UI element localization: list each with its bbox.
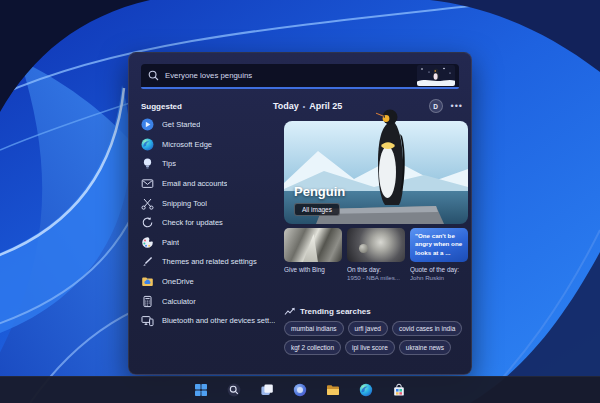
search-taskbar-button[interactable] — [224, 380, 244, 400]
desktop: Suggested Today • April 25 D ••• Get Sta… — [0, 0, 600, 403]
trending-pill[interactable]: kgf 2 collection — [284, 340, 341, 355]
suggested-item-label: Themes and related settings — [162, 257, 257, 266]
suggested-list: Get Started Microsoft Edge Tips Email an… — [141, 115, 279, 331]
suggested-item-themes[interactable]: Themes and related settings — [141, 252, 279, 272]
tips-icon — [141, 157, 154, 170]
suggested-item-get-started[interactable]: Get Started — [141, 115, 279, 135]
suggested-item-label: Check for updates — [162, 218, 223, 227]
card-subcaption: John Ruskin — [410, 274, 468, 282]
quote-card: "One can't be angry when one looks at a … — [410, 228, 468, 262]
themes-icon — [141, 255, 154, 268]
onedrive-icon — [141, 275, 154, 288]
suggested-item-label: Microsoft Edge — [162, 140, 212, 149]
give-with-bing-photo — [284, 228, 342, 262]
search-bar[interactable] — [141, 64, 459, 89]
suggested-item-label: Email and accounts — [162, 179, 227, 188]
trending-pill[interactable]: ipl live score — [345, 340, 395, 355]
more-options-button[interactable]: ••• — [451, 102, 463, 110]
task-view-button[interactable] — [257, 380, 277, 400]
suggested-item-label: Calculator — [162, 297, 196, 306]
date-heading[interactable]: Today • April 25 — [273, 101, 342, 111]
snipping-tool-icon — [141, 197, 154, 210]
trending-pill[interactable]: mumbai indians — [284, 321, 344, 336]
suggested-item-email[interactable]: Email and accounts — [141, 174, 279, 194]
file-explorer-button[interactable] — [323, 380, 343, 400]
suggested-item-check-updates[interactable]: Check for updates — [141, 213, 279, 233]
card-caption: Quote of the day: — [410, 266, 468, 274]
trending-pill[interactable]: urfi javed — [348, 321, 388, 336]
suggested-item-tips[interactable]: Tips — [141, 154, 279, 174]
widgets-button[interactable] — [290, 380, 310, 400]
calculator-icon — [141, 295, 154, 308]
email-icon — [141, 177, 154, 190]
trending-pill[interactable]: covid cases in india — [392, 321, 462, 336]
card-quote-of-the-day[interactable]: "One can't be angry when one looks at a … — [410, 228, 468, 282]
date-value: April 25 — [309, 101, 342, 111]
search-icon — [148, 70, 159, 81]
penguin-figure — [362, 108, 418, 208]
paint-icon — [141, 236, 154, 249]
get-started-icon — [141, 118, 154, 131]
suggested-item-snipping-tool[interactable]: Snipping Tool — [141, 193, 279, 213]
card-give-with-bing[interactable]: Give with Bing — [284, 228, 342, 282]
suggested-item-onedrive[interactable]: OneDrive — [141, 272, 279, 292]
suggested-item-label: Paint — [162, 238, 179, 247]
suggested-item-label: Get Started — [162, 120, 200, 129]
today-cards-row: Give with Bing On this day: 1950 - NBA m… — [284, 228, 468, 282]
taskbar — [0, 376, 600, 403]
edge-taskbar-button[interactable] — [356, 380, 376, 400]
suggested-item-label: OneDrive — [162, 277, 194, 286]
all-images-badge[interactable]: All images — [294, 203, 340, 216]
card-on-this-day[interactable]: On this day: 1950 - NBA miles... — [347, 228, 405, 282]
on-this-day-photo — [347, 228, 405, 262]
suggested-item-paint[interactable]: Paint — [141, 233, 279, 253]
card-caption: On this day: — [347, 266, 405, 274]
updates-icon — [141, 216, 154, 229]
edge-icon — [141, 138, 154, 151]
suggested-item-label: Snipping Tool — [162, 199, 207, 208]
penguin-illustration — [417, 65, 455, 86]
start-button[interactable] — [191, 380, 211, 400]
search-input[interactable] — [165, 71, 411, 80]
trending-pill[interactable]: ukraine news — [399, 340, 451, 355]
date-label: Today — [273, 101, 299, 111]
trending-icon — [284, 307, 295, 316]
trending-section: Trending searches mumbai indians urfi ja… — [284, 305, 470, 355]
profile-avatar[interactable]: D — [429, 99, 443, 113]
bluetooth-devices-icon — [141, 314, 154, 327]
date-separator: • — [303, 103, 305, 110]
hero-title: Penguin — [294, 184, 345, 199]
trending-title: Trending searches — [300, 307, 371, 316]
suggested-item-bluetooth-devices[interactable]: Bluetooth and other devices sett... — [141, 311, 279, 331]
suggested-item-label: Bluetooth and other devices sett... — [162, 316, 275, 325]
suggested-item-label: Tips — [162, 159, 176, 168]
suggested-item-edge[interactable]: Microsoft Edge — [141, 135, 279, 155]
card-subcaption: 1950 - NBA miles... — [347, 274, 405, 282]
trending-pills: mumbai indians urfi javed covid cases in… — [284, 321, 470, 355]
store-button[interactable] — [389, 380, 409, 400]
suggested-item-calculator[interactable]: Calculator — [141, 291, 279, 311]
hero-card-penguin[interactable]: Penguin All images — [284, 121, 468, 224]
quote-text: "One can't be angry when one looks at a … — [410, 228, 468, 262]
card-caption: Give with Bing — [284, 266, 342, 274]
search-flyout: Suggested Today • April 25 D ••• Get Sta… — [128, 52, 472, 375]
suggested-heading: Suggested — [141, 102, 273, 111]
